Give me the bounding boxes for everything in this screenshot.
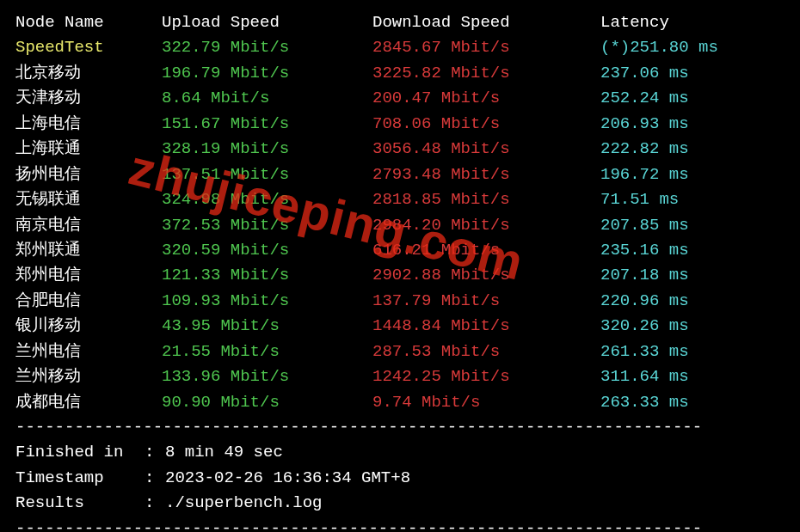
latency: 237.06 ms [600, 61, 785, 86]
node-name: 银川移动 [15, 314, 162, 339]
table-row: 银川移动43.95 Mbit/s1448.84 Mbit/s320.26 ms [15, 314, 785, 339]
node-name: 成都电信 [15, 390, 162, 415]
node-name: 上海电信 [15, 112, 162, 137]
latency: 207.85 ms [600, 213, 785, 238]
upload-speed: 21.55 Mbit/s [162, 339, 372, 364]
download-speed: 137.79 Mbit/s [372, 289, 600, 314]
speedtest-latency: (*)251.80 ms [600, 35, 785, 60]
upload-speed: 133.96 Mbit/s [162, 364, 372, 389]
table-row: 兰州电信21.55 Mbit/s287.53 Mbit/s261.33 ms [15, 339, 785, 364]
node-name: 上海联通 [15, 137, 162, 162]
latency: 311.64 ms [600, 364, 785, 389]
meta-results-label: Results [15, 491, 145, 516]
upload-speed: 324.98 Mbit/s [162, 187, 372, 212]
upload-speed: 320.59 Mbit/s [162, 238, 372, 263]
upload-speed: 8.64 Mbit/s [162, 86, 372, 111]
download-speed: 9.74 Mbit/s [372, 390, 600, 415]
table-row: 上海联通328.19 Mbit/s3056.48 Mbit/s222.82 ms [15, 137, 785, 162]
download-speed: 1242.25 Mbit/s [372, 364, 600, 389]
table-row: 兰州移动133.96 Mbit/s1242.25 Mbit/s311.64 ms [15, 364, 785, 389]
meta-timestamp-value: 2023-02-26 16:36:34 GMT+8 [165, 466, 410, 491]
latency: 263.33 ms [600, 390, 785, 415]
meta-results: Results : ./superbench.log [15, 491, 785, 516]
upload-speed: 151.67 Mbit/s [162, 112, 372, 137]
download-speed: 2902.88 Mbit/s [372, 263, 600, 288]
meta-sep: : [145, 491, 165, 516]
table-row: 郑州电信121.33 Mbit/s2902.88 Mbit/s207.18 ms [15, 263, 785, 288]
upload-speed: 90.90 Mbit/s [162, 390, 372, 415]
upload-speed: 43.95 Mbit/s [162, 314, 372, 339]
meta-sep: : [145, 440, 165, 465]
node-name: 北京移动 [15, 61, 162, 86]
table-row: 合肥电信109.93 Mbit/s137.79 Mbit/s220.96 ms [15, 289, 785, 314]
table-header: Node Name Upload Speed Download Speed La… [15, 10, 785, 35]
speedtest-row: SpeedTest 322.79 Mbit/s 2845.67 Mbit/s (… [15, 35, 785, 60]
header-upload: Upload Speed [162, 10, 372, 35]
node-name: 无锡联通 [15, 187, 162, 212]
latency: 71.51 ms [600, 187, 785, 212]
table-row: 南京电信372.53 Mbit/s2984.20 Mbit/s207.85 ms [15, 213, 785, 238]
meta-sep: : [145, 466, 165, 491]
download-speed: 2793.48 Mbit/s [372, 162, 600, 187]
table-row: 无锡联通324.98 Mbit/s2818.85 Mbit/s71.51 ms [15, 187, 785, 212]
speedtest-upload: 322.79 Mbit/s [162, 35, 372, 60]
header-download: Download Speed [372, 10, 600, 35]
upload-speed: 328.19 Mbit/s [162, 137, 372, 162]
node-name: 南京电信 [15, 213, 162, 238]
node-name: 天津移动 [15, 86, 162, 111]
speedtest-download: 2845.67 Mbit/s [372, 35, 600, 60]
latency: 196.72 ms [600, 162, 785, 187]
divider: ----------------------------------------… [15, 415, 785, 440]
download-speed: 708.06 Mbit/s [372, 112, 600, 137]
latency: 206.93 ms [600, 112, 785, 137]
download-speed: 2984.20 Mbit/s [372, 213, 600, 238]
meta-finished: Finished in : 8 min 49 sec [15, 440, 785, 465]
latency: 261.33 ms [600, 339, 785, 364]
meta-results-value: ./superbench.log [165, 491, 322, 516]
table-row: 上海电信151.67 Mbit/s708.06 Mbit/s206.93 ms [15, 112, 785, 137]
download-speed: 1448.84 Mbit/s [372, 314, 600, 339]
header-latency: Latency [600, 10, 785, 35]
download-speed: 200.47 Mbit/s [372, 86, 600, 111]
node-name: 郑州电信 [15, 263, 162, 288]
table-row: 天津移动8.64 Mbit/s200.47 Mbit/s252.24 ms [15, 86, 785, 111]
divider: ----------------------------------------… [15, 517, 785, 532]
node-name: 合肥电信 [15, 289, 162, 314]
node-name: 兰州电信 [15, 339, 162, 364]
download-speed: 2818.85 Mbit/s [372, 187, 600, 212]
node-name: 兰州移动 [15, 364, 162, 389]
meta-timestamp: Timestamp : 2023-02-26 16:36:34 GMT+8 [15, 466, 785, 491]
header-node: Node Name [15, 10, 162, 35]
speedtest-name: SpeedTest [15, 35, 162, 60]
meta-finished-value: 8 min 49 sec [165, 440, 283, 465]
download-speed: 3225.82 Mbit/s [372, 61, 600, 86]
latency: 235.16 ms [600, 238, 785, 263]
download-speed: 287.53 Mbit/s [372, 339, 600, 364]
latency: 207.18 ms [600, 263, 785, 288]
download-speed: 616.21 Mbit/s [372, 238, 600, 263]
node-name: 郑州联通 [15, 238, 162, 263]
table-row: 扬州电信137.51 Mbit/s2793.48 Mbit/s196.72 ms [15, 162, 785, 187]
table-row: 郑州联通320.59 Mbit/s616.21 Mbit/s235.16 ms [15, 238, 785, 263]
meta-finished-label: Finished in [15, 440, 145, 465]
meta-timestamp-label: Timestamp [15, 466, 145, 491]
latency: 220.96 ms [600, 289, 785, 314]
upload-speed: 137.51 Mbit/s [162, 162, 372, 187]
latency: 252.24 ms [600, 86, 785, 111]
node-name: 扬州电信 [15, 162, 162, 187]
download-speed: 3056.48 Mbit/s [372, 137, 600, 162]
table-row: 成都电信90.90 Mbit/s9.74 Mbit/s263.33 ms [15, 390, 785, 415]
upload-speed: 196.79 Mbit/s [162, 61, 372, 86]
upload-speed: 121.33 Mbit/s [162, 263, 372, 288]
latency: 320.26 ms [600, 314, 785, 339]
upload-speed: 109.93 Mbit/s [162, 289, 372, 314]
table-row: 北京移动196.79 Mbit/s3225.82 Mbit/s237.06 ms [15, 61, 785, 86]
latency: 222.82 ms [600, 137, 785, 162]
upload-speed: 372.53 Mbit/s [162, 213, 372, 238]
